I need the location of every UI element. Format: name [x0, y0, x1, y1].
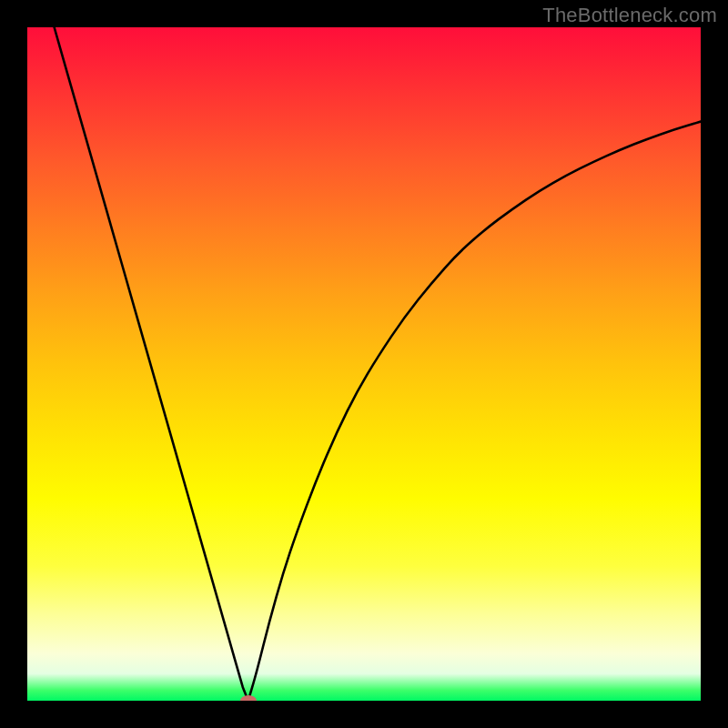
- watermark-text: TheBottleneck.com: [542, 4, 717, 27]
- bottleneck-curve: [27, 27, 701, 701]
- minimum-marker-dot: [240, 695, 257, 701]
- plot-area: [27, 27, 701, 701]
- chart-frame: TheBottleneck.com: [0, 0, 728, 728]
